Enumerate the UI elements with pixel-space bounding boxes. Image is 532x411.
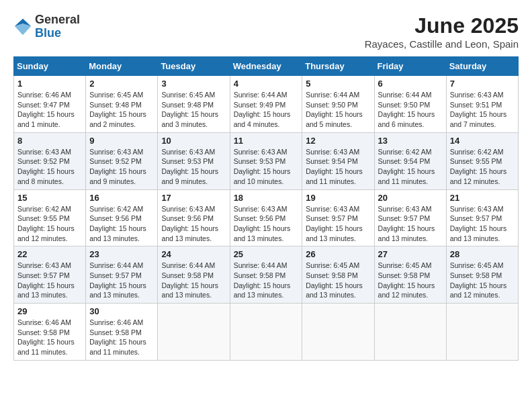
- day-header-thursday: Thursday: [302, 57, 374, 76]
- day-number: 9: [89, 136, 154, 146]
- day-info: Sunrise: 6:43 AMSunset: 9:56 PMDaylight:…: [161, 204, 226, 244]
- calendar-cell: 4Sunrise: 6:44 AMSunset: 9:49 PMDaylight…: [230, 76, 302, 133]
- calendar-cell: 24Sunrise: 6:44 AMSunset: 9:58 PMDayligh…: [158, 246, 230, 304]
- day-info: Sunrise: 6:43 AMSunset: 9:51 PMDaylight:…: [450, 90, 515, 130]
- logo-text: General Blue: [35, 13, 80, 40]
- calendar-cell: 20Sunrise: 6:43 AMSunset: 9:57 PMDayligh…: [374, 189, 446, 246]
- day-info: Sunrise: 6:43 AMSunset: 9:56 PMDaylight:…: [234, 204, 299, 244]
- calendar-cell: 5Sunrise: 6:44 AMSunset: 9:50 PMDaylight…: [302, 76, 374, 133]
- day-number: 14: [450, 136, 515, 146]
- logo-icon: [13, 17, 32, 36]
- page-header: General Blue June 2025 Rayaces, Castille…: [13, 13, 519, 50]
- calendar-cell: [158, 304, 230, 361]
- title-block: June 2025 Rayaces, Castille and Leon, Sp…: [365, 13, 519, 50]
- location: Rayaces, Castille and Leon, Spain: [365, 38, 519, 50]
- day-number: 3: [161, 79, 226, 89]
- day-info: Sunrise: 6:43 AMSunset: 9:52 PMDaylight:…: [89, 147, 154, 187]
- calendar-week-5: 29Sunrise: 6:46 AMSunset: 9:58 PMDayligh…: [14, 304, 519, 361]
- calendar-cell: 18Sunrise: 6:43 AMSunset: 9:56 PMDayligh…: [230, 189, 302, 246]
- calendar-cell: 30Sunrise: 6:46 AMSunset: 9:58 PMDayligh…: [86, 304, 158, 361]
- calendar-cell: 11Sunrise: 6:43 AMSunset: 9:53 PMDayligh…: [230, 132, 302, 189]
- day-info: Sunrise: 6:44 AMSunset: 9:49 PMDaylight:…: [234, 90, 299, 130]
- calendar-cell: 25Sunrise: 6:44 AMSunset: 9:58 PMDayligh…: [230, 246, 302, 304]
- day-number: 26: [306, 249, 370, 259]
- calendar-cell: 15Sunrise: 6:42 AMSunset: 9:55 PMDayligh…: [14, 189, 86, 246]
- calendar-cell: 3Sunrise: 6:45 AMSunset: 9:48 PMDaylight…: [158, 76, 230, 133]
- day-info: Sunrise: 6:46 AMSunset: 9:58 PMDaylight:…: [89, 318, 154, 357]
- logo-general: General: [35, 13, 80, 26]
- day-header-saturday: Saturday: [446, 57, 518, 76]
- day-info: Sunrise: 6:42 AMSunset: 9:54 PMDaylight:…: [378, 147, 443, 187]
- day-number: 15: [17, 193, 82, 203]
- day-info: Sunrise: 6:44 AMSunset: 9:50 PMDaylight:…: [378, 90, 443, 130]
- day-number: 23: [89, 249, 154, 259]
- day-number: 22: [17, 249, 82, 259]
- day-number: 6: [378, 79, 443, 89]
- day-number: 1: [17, 79, 82, 89]
- calendar-cell: 9Sunrise: 6:43 AMSunset: 9:52 PMDaylight…: [86, 132, 158, 189]
- day-info: Sunrise: 6:43 AMSunset: 9:57 PMDaylight:…: [450, 204, 515, 244]
- calendar-cell: 13Sunrise: 6:42 AMSunset: 9:54 PMDayligh…: [374, 132, 446, 189]
- day-number: 18: [234, 193, 299, 203]
- calendar-cell: 17Sunrise: 6:43 AMSunset: 9:56 PMDayligh…: [158, 189, 230, 246]
- day-number: 11: [234, 136, 299, 146]
- day-info: Sunrise: 6:45 AMSunset: 9:58 PMDaylight:…: [306, 261, 370, 300]
- calendar-cell: 19Sunrise: 6:43 AMSunset: 9:57 PMDayligh…: [302, 189, 374, 246]
- calendar-week-4: 22Sunrise: 6:43 AMSunset: 9:57 PMDayligh…: [14, 246, 519, 304]
- logo-blue: Blue: [35, 26, 61, 40]
- calendar-cell: 27Sunrise: 6:45 AMSunset: 9:58 PMDayligh…: [374, 246, 446, 304]
- day-info: Sunrise: 6:43 AMSunset: 9:54 PMDaylight:…: [306, 147, 370, 187]
- day-number: 8: [17, 136, 82, 146]
- calendar-cell: 2Sunrise: 6:45 AMSunset: 9:48 PMDaylight…: [86, 76, 158, 133]
- day-info: Sunrise: 6:44 AMSunset: 9:58 PMDaylight:…: [234, 261, 299, 300]
- day-number: 25: [234, 249, 299, 259]
- day-number: 24: [161, 249, 226, 259]
- day-info: Sunrise: 6:42 AMSunset: 9:56 PMDaylight:…: [89, 204, 154, 244]
- day-number: 5: [306, 79, 370, 89]
- calendar-cell: 23Sunrise: 6:44 AMSunset: 9:57 PMDayligh…: [86, 246, 158, 304]
- calendar-week-2: 8Sunrise: 6:43 AMSunset: 9:52 PMDaylight…: [14, 132, 519, 189]
- calendar-cell: 7Sunrise: 6:43 AMSunset: 9:51 PMDaylight…: [446, 76, 518, 133]
- day-number: 17: [161, 193, 226, 203]
- calendar-cell: [446, 304, 518, 361]
- day-number: 30: [89, 306, 154, 316]
- day-number: 7: [450, 79, 515, 89]
- day-header-tuesday: Tuesday: [158, 57, 230, 76]
- day-number: 19: [306, 193, 370, 203]
- calendar-cell: 8Sunrise: 6:43 AMSunset: 9:52 PMDaylight…: [14, 132, 86, 189]
- day-number: 16: [89, 193, 154, 203]
- day-header-monday: Monday: [86, 57, 158, 76]
- day-header-wednesday: Wednesday: [230, 57, 302, 76]
- day-info: Sunrise: 6:43 AMSunset: 9:53 PMDaylight:…: [161, 147, 226, 187]
- day-info: Sunrise: 6:42 AMSunset: 9:55 PMDaylight:…: [450, 147, 515, 187]
- calendar-cell: 26Sunrise: 6:45 AMSunset: 9:58 PMDayligh…: [302, 246, 374, 304]
- day-info: Sunrise: 6:45 AMSunset: 9:48 PMDaylight:…: [89, 90, 154, 130]
- day-info: Sunrise: 6:46 AMSunset: 9:47 PMDaylight:…: [17, 90, 82, 130]
- calendar-body: 1Sunrise: 6:46 AMSunset: 9:47 PMDaylight…: [14, 76, 519, 361]
- day-info: Sunrise: 6:43 AMSunset: 9:53 PMDaylight:…: [234, 147, 299, 187]
- day-number: 12: [306, 136, 370, 146]
- day-info: Sunrise: 6:45 AMSunset: 9:48 PMDaylight:…: [161, 90, 226, 130]
- calendar-cell: 28Sunrise: 6:45 AMSunset: 9:58 PMDayligh…: [446, 246, 518, 304]
- calendar-cell: [230, 304, 302, 361]
- month-title: June 2025: [365, 13, 519, 38]
- calendar-week-1: 1Sunrise: 6:46 AMSunset: 9:47 PMDaylight…: [14, 76, 519, 133]
- day-info: Sunrise: 6:44 AMSunset: 9:57 PMDaylight:…: [89, 261, 154, 300]
- day-info: Sunrise: 6:44 AMSunset: 9:58 PMDaylight:…: [161, 261, 226, 300]
- day-number: 10: [161, 136, 226, 146]
- day-number: 21: [450, 193, 515, 203]
- day-number: 13: [378, 136, 443, 146]
- day-number: 20: [378, 193, 443, 203]
- day-info: Sunrise: 6:46 AMSunset: 9:58 PMDaylight:…: [17, 318, 82, 357]
- calendar-cell: 14Sunrise: 6:42 AMSunset: 9:55 PMDayligh…: [446, 132, 518, 189]
- calendar-cell: [374, 304, 446, 361]
- day-number: 4: [234, 79, 299, 89]
- day-number: 28: [450, 249, 515, 259]
- day-info: Sunrise: 6:45 AMSunset: 9:58 PMDaylight:…: [450, 261, 515, 300]
- calendar-week-3: 15Sunrise: 6:42 AMSunset: 9:55 PMDayligh…: [14, 189, 519, 246]
- calendar-cell: 12Sunrise: 6:43 AMSunset: 9:54 PMDayligh…: [302, 132, 374, 189]
- calendar-cell: 1Sunrise: 6:46 AMSunset: 9:47 PMDaylight…: [14, 76, 86, 133]
- calendar-cell: 21Sunrise: 6:43 AMSunset: 9:57 PMDayligh…: [446, 189, 518, 246]
- day-info: Sunrise: 6:44 AMSunset: 9:50 PMDaylight:…: [306, 90, 370, 130]
- day-number: 29: [17, 306, 82, 316]
